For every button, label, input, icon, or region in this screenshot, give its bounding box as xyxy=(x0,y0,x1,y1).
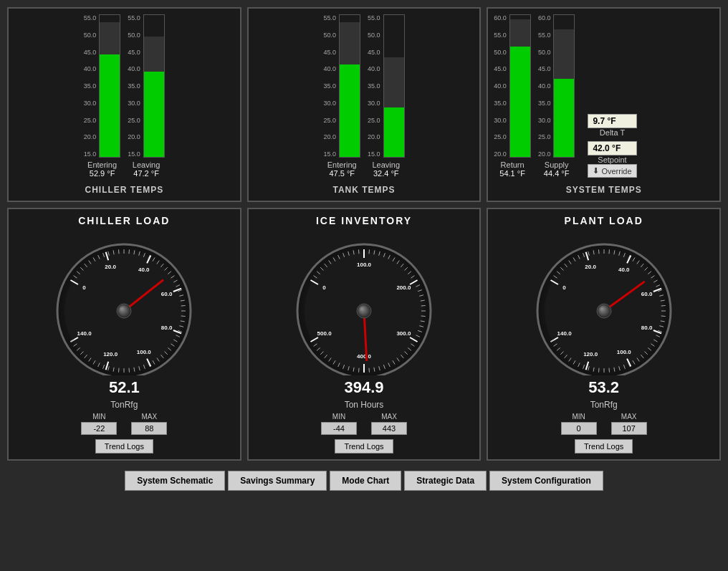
middle-row: CHILLER LOAD 52.1 TonRfg MIN -22 MAX 88 … xyxy=(7,208,721,461)
ice-trend-logs-button[interactable]: Trend Logs xyxy=(335,439,393,454)
chiller-load-minmax: MIN -22 MAX 88 xyxy=(81,413,167,435)
override-label: Override xyxy=(601,167,631,176)
ice-min-label: MIN xyxy=(332,413,345,421)
ice-max-item: MAX 443 xyxy=(371,413,407,435)
tank-leaving-label: Leaving xyxy=(372,160,400,169)
mode-chart-button[interactable]: Mode Chart xyxy=(330,471,401,491)
chiller-trend-logs-button[interactable]: Trend Logs xyxy=(95,439,153,454)
ice-inventory-value: 394.9 xyxy=(344,378,383,397)
ice-min-item: MIN -44 xyxy=(321,413,357,435)
ice-inventory-panel: ICE INVENTORY 394.9 Ton Hours MIN -44 MA… xyxy=(247,208,482,461)
chiller-load-title: CHILLER LOAD xyxy=(78,215,170,226)
plant-min-label: MIN xyxy=(573,413,585,421)
override-button[interactable]: ⬇ Override xyxy=(588,164,636,178)
chiller-min-item: MIN -22 xyxy=(81,413,117,435)
leaving-label: Leaving xyxy=(133,160,161,169)
tank-leaving-bar xyxy=(383,14,405,158)
return-value: 54.1 °F xyxy=(499,169,525,178)
system-bar-scale-2: 60.055.050.045.040.035.030.025.020.0 xyxy=(538,14,552,158)
chiller-max-label: MAX xyxy=(141,413,157,421)
setpoint-label: Setpoint xyxy=(588,155,636,164)
entering-value: 52.9 °F xyxy=(90,169,115,178)
ice-inventory-gauge xyxy=(292,232,436,375)
system-bar-scale-1: 60.055.050.045.040.035.030.025.020.0 xyxy=(494,14,508,158)
chiller-load-value: 52.1 xyxy=(109,378,140,397)
system-temps-panel: 60.055.050.045.040.035.030.025.020.0 Ret… xyxy=(487,7,721,202)
bar-scale-1: 55.050.045.040.035.030.025.020.015.0 xyxy=(84,14,98,158)
ice-max-value: 443 xyxy=(371,422,407,435)
plant-load-unit: TonRfg xyxy=(590,400,618,410)
chiller-temps-panel: 55.050.045.040.035.030.025.020.015.0 Ent… xyxy=(7,7,241,202)
leaving-bar xyxy=(143,14,165,158)
tank-leaving-value: 32.4 °F xyxy=(373,169,399,178)
plant-max-item: MAX 107 xyxy=(611,413,647,435)
chiller-load-unit: TonRfg xyxy=(110,400,138,410)
ice-max-label: MAX xyxy=(381,413,397,421)
top-row: 55.050.045.040.035.030.025.020.015.0 Ent… xyxy=(7,7,721,202)
plant-load-title: PLANT LOAD xyxy=(565,215,643,226)
plant-load-panel: PLANT LOAD 53.2 TonRfg MIN 0 MAX 107 Tre… xyxy=(487,208,721,461)
supply-bar xyxy=(553,14,575,158)
plant-load-gauge xyxy=(532,232,676,375)
plant-min-value: 0 xyxy=(561,422,597,435)
ice-inventory-title: ICE INVENTORY xyxy=(316,215,412,226)
tank-temps-title: TANK TEMPS xyxy=(332,185,395,195)
supply-value: 44.4 °F xyxy=(544,169,570,178)
chiller-min-label: MIN xyxy=(92,413,105,421)
entering-label: Entering xyxy=(87,160,117,169)
main-container: 55.050.045.040.035.030.025.020.015.0 Ent… xyxy=(0,0,728,502)
plant-load-value: 53.2 xyxy=(588,378,619,397)
ice-inventory-unit: Ton Hours xyxy=(345,400,384,410)
return-bar xyxy=(509,14,531,158)
tank-entering-bar-item: 55.050.045.040.035.030.025.020.015.0 Ent… xyxy=(323,14,360,178)
chiller-min-value: -22 xyxy=(81,422,117,435)
tank-entering-bar xyxy=(339,14,360,158)
setpoint-value: 42.0 °F xyxy=(588,141,636,155)
chiller-max-item: MAX 88 xyxy=(131,413,167,435)
system-schematic-button[interactable]: System Schematic xyxy=(125,471,225,491)
entering-bar-item: 55.050.045.040.035.030.025.020.015.0 Ent… xyxy=(84,14,121,178)
plant-trend-logs-button[interactable]: Trend Logs xyxy=(575,439,633,454)
delta-t-label: Delta T xyxy=(588,128,636,137)
override-arrow-icon: ⬇ xyxy=(593,166,599,176)
plant-load-minmax: MIN 0 MAX 107 xyxy=(561,413,647,435)
system-configuration-button[interactable]: System Configuration xyxy=(489,471,603,491)
supply-bar-item: 60.055.050.045.040.035.030.025.020.0 Sup… xyxy=(538,14,575,178)
plant-min-item: MIN 0 xyxy=(561,413,597,435)
tank-bar-scale-1: 55.050.045.040.035.030.025.020.015.0 xyxy=(323,14,337,158)
strategic-data-button[interactable]: Strategic Data xyxy=(404,471,487,491)
delta-t-value: 9.7 °F xyxy=(588,114,636,128)
return-bar-item: 60.055.050.045.040.035.030.025.020.0 Ret… xyxy=(494,14,531,178)
tank-temps-panel: 55.050.045.040.035.030.025.020.015.0 Ent… xyxy=(247,7,482,202)
entering-bar xyxy=(99,14,120,158)
tank-leaving-bar-item: 55.050.045.040.035.030.025.020.015.0 Lea… xyxy=(368,14,405,178)
chiller-max-value: 88 xyxy=(131,422,167,435)
ice-inventory-minmax: MIN -44 MAX 443 xyxy=(321,413,407,435)
chiller-load-panel: CHILLER LOAD 52.1 TonRfg MIN -22 MAX 88 … xyxy=(7,208,241,461)
chiller-temps-title: CHILLER TEMPS xyxy=(85,185,164,195)
leaving-value: 47.2 °F xyxy=(133,169,159,178)
bar-scale-2: 55.050.045.040.035.030.025.020.015.0 xyxy=(128,14,142,158)
system-temps-title: SYSTEM TEMPS xyxy=(566,185,642,195)
ice-min-value: -44 xyxy=(321,422,357,435)
tank-entering-value: 47.5 °F xyxy=(329,169,355,178)
supply-label: Supply xyxy=(545,160,569,169)
plant-max-value: 107 xyxy=(611,422,647,435)
tank-entering-label: Entering xyxy=(327,160,357,169)
plant-max-label: MAX xyxy=(621,413,637,421)
bottom-nav: System Schematic Savings Summary Mode Ch… xyxy=(7,466,721,495)
savings-summary-button[interactable]: Savings Summary xyxy=(228,471,327,491)
chiller-load-gauge xyxy=(52,232,196,375)
tank-bar-scale-2: 55.050.045.040.035.030.025.020.015.0 xyxy=(368,14,382,158)
return-label: Return xyxy=(501,160,525,169)
leaving-bar-item: 55.050.045.040.035.030.025.020.015.0 Lea… xyxy=(128,14,165,178)
